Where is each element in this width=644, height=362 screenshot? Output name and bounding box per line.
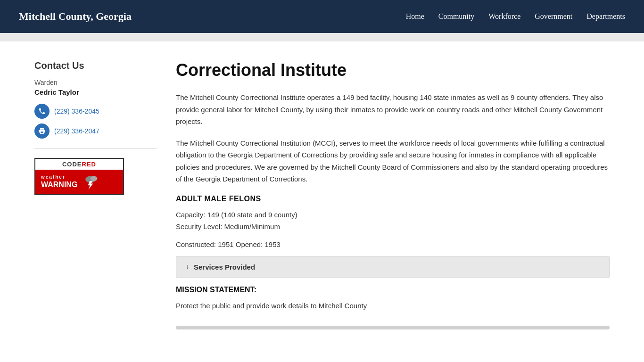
main-content: Correctional Institute The Mitchell Coun… xyxy=(176,60,610,329)
main-nav: Home Community Workforce Government Depa… xyxy=(406,12,625,21)
page-title: Correctional Institute xyxy=(176,60,610,80)
services-accordion-label: Services Provided xyxy=(194,263,255,271)
main-container: Contact Us Warden Cedric Taylor (229) 33… xyxy=(16,41,628,348)
red-label: RED xyxy=(82,161,96,168)
phone-contact-item: (229) 336-2045 xyxy=(34,104,157,119)
sidebar-divider xyxy=(34,148,157,148)
site-title: Mitchell County, Georgia xyxy=(19,10,132,23)
fax-contact-item: (229) 336-2047 xyxy=(34,123,157,139)
intro-paragraph-2: The Mitchell County Correctional Institu… xyxy=(176,137,610,185)
weather-widget[interactable]: CODERED weather WARNING xyxy=(34,158,124,195)
adult-felons-heading: ADULT MALE FELONS xyxy=(176,195,610,203)
services-accordion[interactable]: ↓ Services Provided xyxy=(176,256,610,278)
weather-warning-bar: weather WARNING xyxy=(35,170,123,194)
capacity-line: Capacity: 149 (140 state and 9 county) xyxy=(176,209,610,221)
mission-statement-text: Protect the public and provide work deta… xyxy=(176,300,610,312)
fax-number[interactable]: (229) 336-2047 xyxy=(54,127,99,135)
security-line: Security Level: Medium/Minimum xyxy=(176,221,610,233)
constructed-line: Constructed: 1951 Opened: 1953 xyxy=(176,240,610,248)
accordion-arrow-icon: ↓ xyxy=(186,263,189,271)
contact-us-heading: Contact Us xyxy=(34,60,157,71)
sidebar: Contact Us Warden Cedric Taylor (229) 33… xyxy=(34,60,157,329)
intro-paragraph-1: The Mitchell County Correctional Institu… xyxy=(176,91,610,128)
nav-community[interactable]: Community xyxy=(438,12,474,21)
code-label: CODE xyxy=(62,161,82,168)
weather-text-block: weather WARNING xyxy=(41,174,77,189)
nav-home[interactable]: Home xyxy=(406,12,424,21)
nav-departments[interactable]: Departments xyxy=(586,12,625,21)
mission-statement-heading: MISSION STATEMENT: xyxy=(176,286,610,294)
svg-point-1 xyxy=(91,176,97,181)
code-red-bar: CODERED xyxy=(35,159,123,170)
nav-workforce[interactable]: Workforce xyxy=(488,12,520,21)
role-label: Warden xyxy=(34,79,157,86)
bottom-scroll-bar xyxy=(176,326,610,329)
sub-header-bar xyxy=(0,33,644,41)
weather-storm-icon xyxy=(82,173,99,190)
fax-icon xyxy=(34,123,50,139)
warning-label: WARNING xyxy=(41,180,77,189)
phone-icon xyxy=(34,104,50,119)
phone-number[interactable]: (229) 336-2045 xyxy=(54,107,99,115)
warden-name: Cedric Taylor xyxy=(34,88,157,96)
site-header: Mitchell County, Georgia Home Community … xyxy=(0,0,644,33)
weather-label: weather xyxy=(41,174,77,180)
nav-government[interactable]: Government xyxy=(535,12,572,21)
